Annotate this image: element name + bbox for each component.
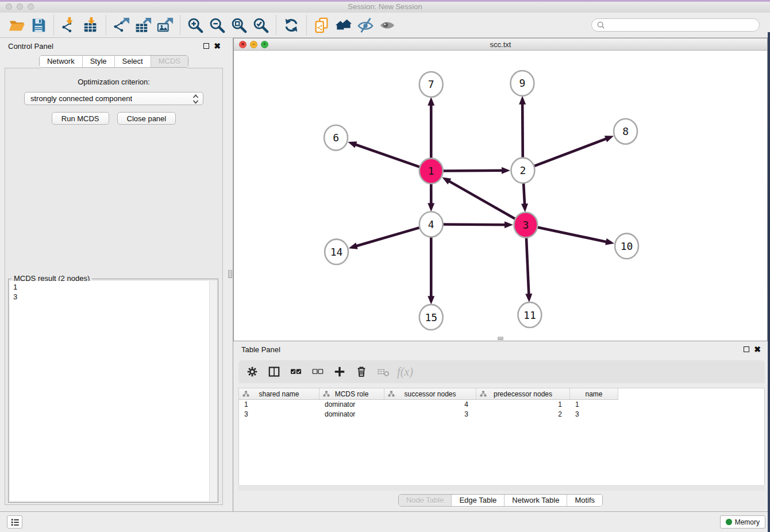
edge-1-4[interactable]: [428, 182, 434, 212]
splitter-grab-handle[interactable]: [228, 270, 232, 278]
tab-node-table[interactable]: Node Table: [399, 495, 452, 506]
node-14[interactable]: 14: [325, 239, 348, 264]
mcds-result-scrollbar[interactable]: [209, 281, 217, 501]
node-label: 2: [520, 164, 526, 176]
column-header-name[interactable]: name: [570, 388, 618, 400]
control-panel-close-button[interactable]: ✖: [214, 43, 221, 49]
delete-row-button[interactable]: [352, 363, 371, 381]
export-network-button[interactable]: [110, 14, 132, 36]
export-image-button[interactable]: [154, 14, 176, 36]
open-folder-button[interactable]: [6, 14, 28, 36]
close-panel-button[interactable]: Close panel: [117, 112, 176, 125]
node-4[interactable]: 4: [419, 211, 443, 237]
zoom-fit-button[interactable]: [228, 14, 250, 36]
eye-button[interactable]: [376, 14, 398, 36]
control-panel-float-button[interactable]: [203, 43, 209, 49]
tab-motifs[interactable]: Motifs: [567, 495, 602, 506]
deselect-all-button[interactable]: [309, 363, 327, 381]
column-header-MCDS-role[interactable]: MCDS role: [319, 388, 384, 400]
node-3[interactable]: 3: [514, 212, 537, 237]
tab-mcds[interactable]: MCDS: [151, 56, 188, 67]
node-15[interactable]: 15: [419, 304, 443, 330]
table-toolbar: f(x): [238, 360, 765, 383]
node-8[interactable]: 8: [614, 119, 637, 144]
search-input[interactable]: [607, 20, 754, 30]
network-window-title: scc.txt: [234, 40, 767, 49]
node-1[interactable]: 1: [419, 159, 443, 184]
export-table-button[interactable]: [132, 14, 154, 36]
tab-network-table[interactable]: Network Table: [504, 495, 567, 506]
task-history-button[interactable]: [7, 515, 22, 529]
cell[interactable]: 1: [476, 400, 570, 410]
cell[interactable]: 3: [384, 410, 476, 419]
node-2[interactable]: 2: [511, 158, 534, 183]
cell[interactable]: dominator: [319, 400, 384, 410]
panel-splitter[interactable]: [228, 38, 233, 511]
edge-2-9[interactable]: [519, 96, 526, 160]
zoom-selected-button[interactable]: [250, 14, 272, 36]
mcds-result-area[interactable]: 1 3: [10, 281, 217, 501]
zoom-out-button[interactable]: [206, 14, 228, 36]
eye-hidden-button[interactable]: [355, 14, 376, 36]
refresh-button[interactable]: [280, 14, 302, 36]
table-panel-float-button[interactable]: [744, 346, 749, 352]
cell[interactable]: 3: [570, 410, 618, 419]
memory-button[interactable]: Memory: [720, 515, 765, 529]
cell[interactable]: 4: [384, 400, 476, 410]
control-panel-title: Control Panel: [8, 42, 53, 51]
edge-2-8[interactable]: [533, 136, 614, 167]
houses-button[interactable]: [333, 14, 355, 36]
edge-1-6[interactable]: [348, 141, 421, 167]
node-7[interactable]: 7: [419, 72, 443, 97]
save-button[interactable]: [28, 14, 49, 36]
criterion-select[interactable]: strongly connected component: [24, 92, 203, 105]
node-11[interactable]: 11: [518, 302, 541, 327]
clone-document-button[interactable]: [311, 14, 333, 36]
network-canvas[interactable]: 1234678910111415: [234, 51, 767, 341]
cell[interactable]: 1: [570, 400, 618, 410]
tab-style[interactable]: Style: [82, 56, 114, 67]
cell[interactable]: 2: [476, 410, 570, 419]
delete-column-button: [374, 363, 392, 381]
import-table-button[interactable]: [80, 14, 102, 36]
split-view-button[interactable]: [265, 363, 283, 381]
edge-3-11[interactable]: [525, 235, 532, 302]
settings-button[interactable]: [243, 363, 261, 381]
edge-2-3[interactable]: [521, 181, 528, 213]
tab-network[interactable]: Network: [40, 56, 82, 67]
edge-3-1[interactable]: [442, 177, 517, 219]
network-svg: 1234678910111415: [234, 51, 767, 341]
table-row[interactable]: 1dominator411: [239, 400, 764, 410]
cell[interactable]: 1: [239, 400, 319, 410]
column-header-successor-nodes[interactable]: successor nodes: [384, 388, 476, 400]
column-header-predecessor-nodes[interactable]: predecessor nodes: [476, 388, 570, 400]
run-mcds-button[interactable]: Run MCDS: [52, 112, 109, 125]
add-row-button[interactable]: [330, 363, 349, 381]
edge-4-14[interactable]: [349, 227, 421, 249]
table-panel-close-button[interactable]: ✖: [754, 346, 761, 353]
cell[interactable]: 3: [239, 410, 319, 419]
cell[interactable]: dominator: [319, 410, 384, 419]
edge-1-7[interactable]: [428, 97, 434, 161]
tab-select[interactable]: Select: [114, 56, 151, 67]
edge-1-2[interactable]: [441, 167, 510, 174]
table-row[interactable]: 3dominator323: [239, 410, 764, 419]
function-builder-icon: f(x): [397, 365, 413, 379]
node-9[interactable]: 9: [510, 71, 534, 96]
edge-3-10[interactable]: [536, 227, 614, 245]
main-titlebar: Session: New Session: [0, 0, 770, 13]
tab-edge-table[interactable]: Edge Table: [451, 495, 504, 506]
control-panel: Control Panel ✖ NetworkStyleSelectMCDS O…: [0, 38, 228, 511]
edge-4-15[interactable]: [428, 234, 434, 304]
select-all-button[interactable]: [287, 363, 305, 381]
column-label: successor nodes: [404, 390, 456, 398]
edge-4-3[interactable]: [441, 221, 513, 228]
column-header-shared-name[interactable]: shared name: [239, 388, 319, 400]
node-10[interactable]: 10: [615, 233, 638, 259]
import-network-button[interactable]: [58, 14, 80, 36]
network-table-splitter-handle[interactable]: [498, 337, 503, 340]
search-box[interactable]: [591, 18, 760, 32]
zoom-in-button[interactable]: [184, 14, 206, 36]
node-table[interactable]: shared nameMCDS rolesuccessor nodesprede…: [238, 388, 765, 486]
node-6[interactable]: 6: [324, 125, 348, 151]
